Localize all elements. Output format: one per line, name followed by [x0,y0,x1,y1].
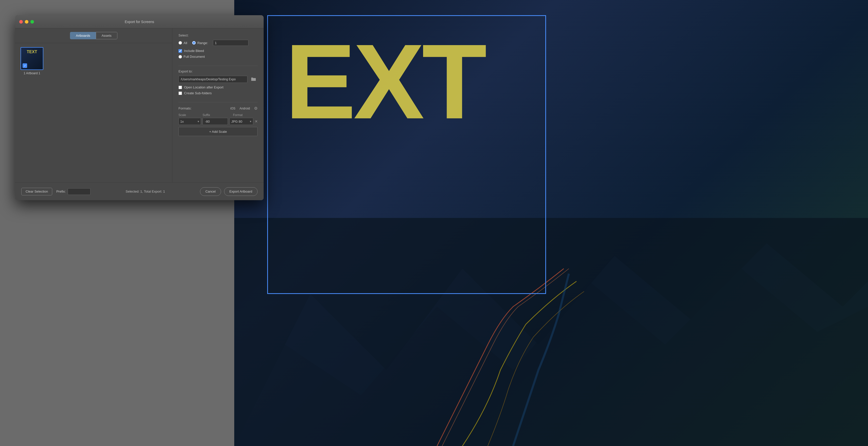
close-button[interactable] [19,20,23,24]
scale-select[interactable]: 1x 2x 3x 0.5x [179,118,201,125]
background-image: EXT [234,0,868,446]
footer-status: Selected: 1, Total Export: 1 [126,190,165,193]
range-input[interactable] [213,40,248,46]
selection-border [267,15,546,294]
clear-selection-button[interactable]: Clear Selection [21,188,52,195]
format-select-wrap: JPG 80 PNG SVG PDF ▼ [229,118,253,125]
scale-select-wrap: 1x 2x 3x 0.5x ▼ [179,118,201,125]
export-dialog: Export for Screens Artboards Assets TEXT… [15,15,264,200]
formats-actions: iOS Android ⚙ [230,106,257,111]
export-to-label: Export to: [179,69,257,73]
prefix-input[interactable] [68,188,91,195]
export-artboard-button[interactable]: Export Artboard [224,187,257,196]
traffic-lights [19,20,34,24]
divider-2 [179,102,257,102]
full-document-radio[interactable] [179,55,182,59]
dialog-body: Artboards Assets TEXT 1 Artboard 1 [15,28,264,200]
footer-left: Clear Selection Prefix: [21,188,91,195]
range-radio[interactable] [192,41,196,44]
title-bar: Export for Screens [15,15,264,28]
android-button[interactable]: Android [240,107,250,110]
cancel-button[interactable]: Cancel [200,187,221,196]
export-path-input[interactable] [179,76,247,83]
export-to-row [179,76,257,83]
scale-row-0: 1x 2x 3x 0.5x ▼ JPG 80 PNG SVG PDF ▼ [179,118,257,125]
maximize-button[interactable] [30,20,34,24]
window-title: Export for Screens [125,20,154,24]
tab-bar: Artboards Assets [15,28,172,43]
suffix-col-header: Suffix [203,113,233,117]
include-bleed-checkbox[interactable] [179,49,182,53]
all-radio-label[interactable]: All [179,41,187,45]
range-radio-label[interactable]: Range: [192,41,208,45]
divider-1 [179,66,257,66]
browse-folder-button[interactable] [249,76,257,83]
open-location-checkbox[interactable] [179,86,182,89]
open-location-label[interactable]: Open Location after Export [179,86,257,89]
artboard-thumbnail[interactable]: TEXT [21,47,43,70]
format-col-header: Format [233,113,257,117]
artboard-thumb-label: TEXT [27,50,37,54]
formats-header: Formats: iOS Android ⚙ [179,106,257,111]
create-subfolders-checkbox[interactable] [179,92,182,95]
suffix-input[interactable] [203,118,228,125]
dialog-footer: Clear Selection Prefix: Selected: 1, Tot… [15,183,264,200]
create-subfolders-label[interactable]: Create Sub-folders [179,91,257,95]
format-select[interactable]: JPG 80 PNG SVG PDF [229,118,253,125]
footer-right: Cancel Export Artboard [200,187,257,196]
artboard-label: 1 Artboard 1 [24,71,40,75]
scale-col-header: Scale [179,113,203,117]
prefix-row: Prefix: [56,188,91,195]
select-label: Select: [179,33,257,37]
add-scale-button[interactable]: + Add Scale [179,127,257,136]
select-row: All Range: [179,40,257,46]
formats-label: Formats: [179,106,191,110]
tab-artboards[interactable]: Artboards [70,32,96,39]
remove-scale-button[interactable]: × [255,119,257,124]
artboard-item[interactable]: TEXT 1 Artboard 1 [19,47,44,75]
prefix-label: Prefix: [56,190,66,193]
include-bleed-label[interactable]: Include Bleed [179,49,257,53]
scale-header-row: Scale Suffix Format [179,113,257,117]
ios-button[interactable]: iOS [230,107,236,110]
artboards-area: TEXT 1 Artboard 1 [15,43,172,185]
full-document-radio-label[interactable]: Full Document [179,55,257,59]
tab-assets[interactable]: Assets [96,32,117,39]
right-panel: Select: All Range: Include Bleed Full Do… [173,28,264,200]
minimize-button[interactable] [25,20,28,24]
formats-settings-button[interactable]: ⚙ [254,106,257,111]
artboard-checkmark [23,63,27,68]
left-panel: Artboards Assets TEXT 1 Artboard 1 [15,28,173,200]
all-radio[interactable] [179,41,182,44]
